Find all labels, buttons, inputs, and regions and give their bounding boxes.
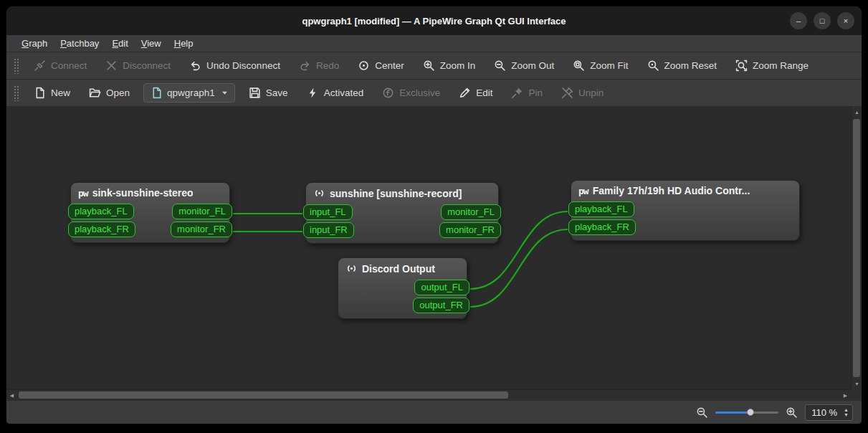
maximize-icon: □	[820, 16, 825, 25]
node-sunshine[interactable]: sunshine [sunshine-record]input_FLmonito…	[305, 182, 499, 244]
statusbar: 110 % ▲▼	[6, 400, 862, 424]
patchbay-toolbar: NewOpenqpwgraph1SaveActivatedExclusiveEd…	[6, 80, 862, 107]
port-discord-output-output_FR[interactable]: output_FR	[413, 298, 469, 313]
port-discord-output-output_FL[interactable]: output_FL	[414, 280, 469, 295]
canvas-area: pwsink-sunshine-stereoplayback_FLmonitor…	[6, 107, 862, 400]
toolbar-button-current-patchbay[interactable]: qpwgraph1	[143, 83, 235, 103]
close-button[interactable]: ×	[837, 12, 854, 29]
zoom-slider[interactable]	[715, 406, 778, 418]
minimize-icon: –	[796, 16, 801, 25]
toolbar-label-redo: Redo	[316, 60, 339, 71]
toolbar-button-center[interactable]: Center	[348, 56, 414, 75]
toolbar-drag-handle[interactable]	[14, 85, 19, 101]
node-sink-sunshine-stereo[interactable]: pwsink-sunshine-stereoplayback_FLmonitor…	[70, 182, 230, 243]
scroll-up-icon[interactable]: ▲	[852, 107, 862, 118]
maximize-button[interactable]: □	[814, 12, 831, 29]
node-discord-output[interactable]: Discord Outputoutput_FLoutput_FR	[338, 257, 467, 319]
toolbar-button-edit[interactable]: Edit	[449, 83, 502, 103]
port-spacer	[335, 298, 343, 313]
port-sunshine-input_FL[interactable]: input_FL	[303, 204, 353, 220]
toolbar-label-new: New	[51, 87, 70, 98]
toolbar-button-disconnect[interactable]: Disconnect	[96, 56, 180, 75]
disconnect-icon	[105, 60, 118, 72]
menu-item-help[interactable]: Help	[168, 37, 200, 50]
toolbar-label-exclusive: Exclusive	[399, 87, 440, 98]
open-folder-icon	[89, 87, 101, 99]
horizontal-scroll-thumb[interactable]	[19, 391, 508, 399]
port-spacer	[795, 201, 802, 217]
audio-icon	[345, 262, 358, 275]
undo-icon	[189, 60, 201, 72]
zoom-range-icon	[735, 60, 748, 72]
port-sink-sunshine-stereo-monitor_FL[interactable]: monitor_FL	[172, 204, 232, 219]
file-icon	[151, 87, 163, 99]
toolbar-button-patchbay-select[interactable]: Open	[80, 83, 139, 103]
port-sunshine-input_FR[interactable]: input_FR	[303, 222, 354, 238]
scroll-left-icon[interactable]: ◀	[6, 390, 17, 401]
toolbar-label-disconnect: Disconnect	[123, 60, 171, 71]
port-spacer	[795, 219, 802, 235]
vertical-scroll-thumb[interactable]	[853, 119, 860, 377]
redo-icon	[299, 60, 311, 72]
menu-item-view[interactable]: View	[135, 37, 168, 50]
toolbar-button-zoom-out[interactable]: Zoom Out	[485, 56, 563, 75]
port-spacer	[335, 280, 343, 295]
toolbar-button-zoom-reset[interactable]: Zoom Reset	[638, 56, 727, 75]
toolbar-button-new[interactable]: New	[24, 83, 80, 103]
port-sunshine-monitor_FR[interactable]: monitor_FR	[439, 222, 501, 238]
scroll-down-icon[interactable]: ▼	[852, 379, 862, 389]
vertical-scrollbar[interactable]: ▲ ▼	[851, 107, 862, 389]
toolbar-button-connect[interactable]: Connect	[24, 56, 96, 75]
port-family-audio-playback_FR[interactable]: playback_FR	[568, 219, 636, 235]
node-title-text: Discord Output	[362, 263, 435, 275]
new-file-icon	[34, 87, 46, 99]
toolbar-button-exclusive[interactable]: Exclusive	[373, 83, 449, 103]
port-family-audio-playback_FL[interactable]: playback_FL	[568, 201, 634, 217]
menu-item-graph[interactable]: Graph	[15, 37, 54, 50]
toolbar-label-undo-disconnect: Undo Disconnect	[206, 60, 280, 71]
connect-icon	[34, 60, 46, 72]
toolbar-label-pin: Pin	[528, 87, 543, 98]
graph-canvas[interactable]: pwsink-sunshine-stereoplayback_FLmonitor…	[6, 107, 851, 389]
port-sunshine-monitor_FL[interactable]: monitor_FL	[441, 204, 501, 220]
zoom-in-icon	[423, 60, 435, 72]
zoom-out-icon	[494, 60, 506, 72]
toolbar-button-save[interactable]: Save	[239, 83, 297, 103]
spin-up-icon[interactable]: ▲	[841, 407, 851, 412]
close-icon: ×	[844, 16, 848, 25]
toolbar-button-pin[interactable]: Pin	[502, 83, 552, 103]
toolbar-label-center: Center	[375, 60, 404, 71]
menu-item-edit[interactable]: Edit	[105, 37, 134, 50]
graph-toolbar: ConnectDisconnectUndo DisconnectRedoCent…	[6, 52, 862, 80]
toolbar-button-redo[interactable]: Redo	[290, 56, 348, 75]
toolbar-label-patchbay-select: Open	[106, 87, 130, 98]
toolbar-drag-handle[interactable]	[14, 58, 19, 74]
window-controls: – □ ×	[790, 6, 854, 35]
port-sink-sunshine-stereo-monitor_FR[interactable]: monitor_FR	[171, 222, 232, 237]
scrollbar-corner	[851, 389, 862, 400]
zoom-out-button[interactable]	[696, 406, 708, 419]
zoom-in-button[interactable]	[786, 406, 798, 419]
toolbar-button-zoom-fit[interactable]: Zoom Fit	[563, 56, 637, 75]
horizontal-scrollbar[interactable]: ◀ ▶	[6, 389, 851, 400]
toolbar-button-zoom-in[interactable]: Zoom In	[414, 56, 485, 75]
zoom-slider-handle[interactable]	[747, 409, 754, 416]
toolbar-button-zoom-range[interactable]: Zoom Range	[726, 56, 818, 75]
minimize-button[interactable]: –	[790, 12, 807, 29]
menu-item-patchbay[interactable]: Patchbay	[54, 37, 105, 50]
app-window: qpwgraph1 [modified] — A PipeWire Graph …	[6, 6, 862, 424]
spin-down-icon[interactable]: ▼	[841, 412, 851, 417]
pin-icon	[511, 87, 523, 99]
toolbar-label-connect: Connect	[51, 60, 87, 71]
scroll-right-icon[interactable]: ▶	[840, 390, 851, 401]
titlebar: qpwgraph1 [modified] — A PipeWire Graph …	[6, 6, 862, 35]
toolbar-button-activated[interactable]: Activated	[297, 83, 373, 103]
port-sink-sunshine-stereo-playback_FR[interactable]: playback_FR	[68, 222, 135, 237]
port-sink-sunshine-stereo-playback_FL[interactable]: playback_FL	[68, 204, 134, 219]
node-family-audio[interactable]: pwFamily 17h/19h HD Audio Contr...playba…	[571, 180, 800, 241]
dropdown-arrow-icon	[221, 90, 228, 96]
zoom-spinbox[interactable]: 110 % ▲▼	[805, 404, 853, 421]
exclusive-icon	[382, 87, 394, 99]
toolbar-button-unpin[interactable]: Unpin	[552, 83, 613, 103]
toolbar-button-undo-disconnect[interactable]: Undo Disconnect	[180, 56, 290, 75]
